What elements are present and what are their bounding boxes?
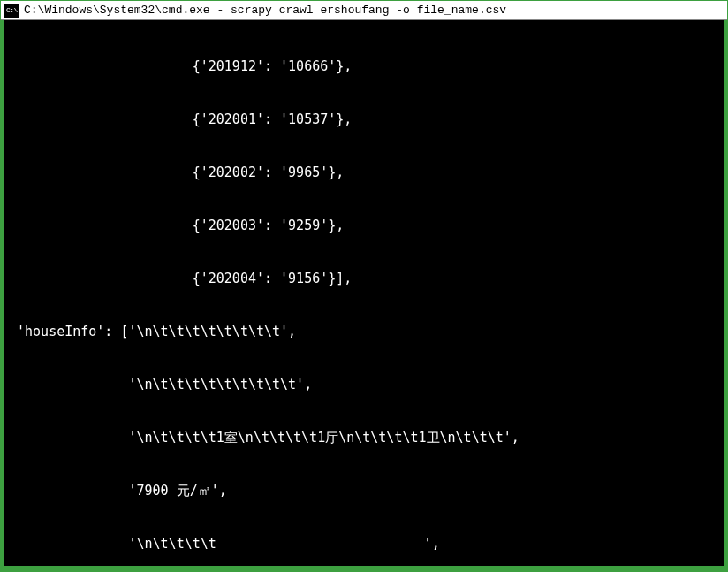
output-line: '\n\t\t\t\t1室\n\t\t\t\t1厅\n\t\t\t\t1卫\n\… [9, 429, 719, 446]
output-line: {'201912': '10666'}, [9, 57, 719, 75]
output-line: {'202004': '9156'}], [9, 270, 719, 287]
window-title: C:\Windows\System32\cmd.exe - scrapy cra… [24, 4, 506, 17]
output-line: '\n\t\t\t\t ', [9, 535, 719, 553]
output-line: '7900 元/㎡', [9, 482, 719, 500]
output-line: {'202002': '9965'}, [9, 164, 719, 181]
titlebar[interactable]: C:\ C:\Windows\System32\cmd.exe - scrapy… [1, 1, 727, 20]
output-line: {'202001': '10537'}, [9, 111, 719, 128]
terminal-output[interactable]: {'201912': '10666'}, {'202001': '10537'}… [1, 20, 727, 571]
cmd-window: C:\ C:\Windows\System32\cmd.exe - scrapy… [0, 0, 728, 572]
cmd-icon: C:\ [4, 4, 19, 18]
output-line: 'houseInfo': ['\n\t\t\t\t\t\t\t\t', [9, 323, 719, 340]
output-line: '\n\t\t\t\t\t\t\t\t\t', [9, 376, 719, 393]
output-line: {'202003': '9259'}, [9, 217, 719, 234]
